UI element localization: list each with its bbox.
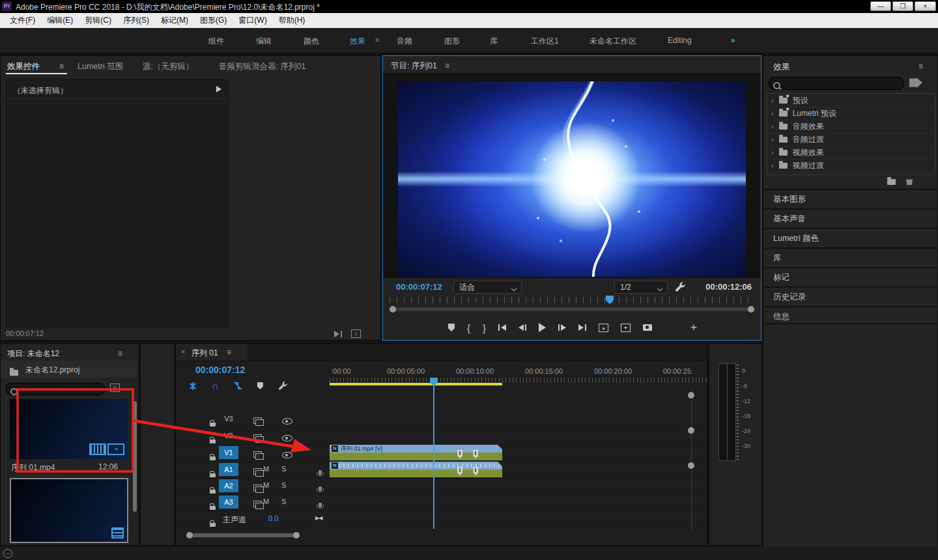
lock-icon[interactable]	[210, 523, 216, 527]
maximize-button[interactable]: ❐	[892, 1, 913, 11]
project-panel-menu-icon[interactable]: ≡	[118, 349, 122, 358]
menu-clip[interactable]: 剪辑(C)	[79, 15, 117, 26]
workspace-tab-graphics[interactable]: 图形	[444, 36, 460, 47]
effect-controls-menu-icon[interactable]: ≡	[59, 62, 64, 71]
timeline-tab-menu-icon[interactable]: ≡	[227, 348, 231, 357]
track-label-v1[interactable]: V1	[219, 446, 238, 459]
effects-folder-audio-transitions[interactable]: ›音频过渡	[771, 133, 934, 147]
menu-marker[interactable]: 标记(M)	[155, 15, 194, 26]
track-label-v3[interactable]: V3	[219, 412, 238, 425]
go-to-out-icon[interactable]	[578, 324, 586, 331]
step-forward-icon[interactable]	[558, 324, 566, 331]
monitor-scrollbar[interactable]	[393, 307, 750, 311]
workspace-tab-effects[interactable]: 效果	[350, 36, 365, 47]
export-icon[interactable]: ↥	[351, 329, 361, 338]
project-search-box[interactable]	[6, 383, 105, 395]
voiceover-mic-icon[interactable]	[319, 470, 322, 475]
effects-panel-menu-icon[interactable]: ≡	[918, 62, 923, 71]
step-back-icon[interactable]	[519, 324, 526, 331]
zoom-level-select[interactable]: 适合	[453, 281, 522, 294]
menu-edit[interactable]: 编辑(E)	[41, 15, 79, 26]
master-level-value[interactable]: 0.0	[268, 514, 278, 522]
project-clip-name[interactable]: 序列 01.mp4	[11, 462, 55, 473]
sync-lock-icon[interactable]	[253, 451, 262, 458]
timeline-timecode[interactable]: 00:00:07:12	[195, 365, 245, 375]
effects-folder-video-transitions[interactable]: ›视频过渡	[771, 159, 934, 173]
track-label-a1[interactable]: A1	[219, 463, 238, 476]
timeline-vscroll-knob[interactable]	[688, 462, 694, 469]
add-marker-icon[interactable]	[257, 382, 263, 389]
tab-effect-controls[interactable]: 效果控件	[7, 61, 40, 72]
settings-wrench-icon[interactable]	[675, 281, 686, 292]
mute-button[interactable]: M	[263, 481, 269, 489]
extract-icon[interactable]: ▼	[621, 324, 631, 332]
hscroll-left-knob[interactable]	[186, 532, 193, 539]
lock-icon[interactable]	[210, 506, 216, 510]
effects-folder-lumetri-presets[interactable]: ›Lumetri 预设	[771, 107, 934, 120]
workspace-tab-libraries[interactable]: 库	[490, 36, 498, 47]
toggle-track-output-icon[interactable]	[282, 418, 292, 425]
go-to-in-icon[interactable]	[498, 324, 506, 331]
mute-button[interactable]: M	[263, 465, 269, 473]
lock-icon[interactable]	[210, 456, 216, 460]
project-scrollbar[interactable]	[133, 401, 137, 512]
workspace-tab-workspace1[interactable]: 工作区1	[531, 36, 559, 47]
monitor-ruler-ticks[interactable]	[390, 297, 754, 303]
panel-lumetri-color[interactable]: Lumetri 颜色	[764, 228, 937, 246]
workspace-tab-editing-en[interactable]: Editing	[668, 36, 692, 45]
snap-icon[interactable]: ∩	[212, 380, 219, 391]
toggle-track-output-icon[interactable]	[282, 452, 292, 458]
timeline-vscroll-knob[interactable]	[688, 427, 694, 434]
mute-button[interactable]: M	[263, 497, 269, 505]
close-button[interactable]: ×	[915, 1, 936, 11]
panel-info[interactable]: 信息	[764, 306, 937, 324]
play-in-to-out-icon[interactable]	[334, 331, 342, 337]
nest-toggle-icon[interactable]	[189, 382, 197, 390]
timeline-vscroll-knob[interactable]	[688, 392, 694, 399]
panel-essential-graphics[interactable]: 基本图形	[764, 189, 937, 207]
sync-lock-icon[interactable]	[253, 484, 262, 491]
twirl-right-icon[interactable]	[216, 86, 221, 92]
workspace-tab-audio[interactable]: 音频	[397, 36, 412, 47]
panel-libraries[interactable]: 库	[764, 247, 937, 266]
scrollbar-left-knob[interactable]	[390, 306, 396, 313]
menu-window[interactable]: 窗口(W)	[233, 15, 272, 26]
timeline-video-clip[interactable]: fx 序列 01.mp4 [V]	[330, 445, 502, 460]
tab-lumetri-scopes[interactable]: Lumetri 范围	[78, 61, 123, 72]
play-icon[interactable]	[539, 323, 546, 332]
tab-source-monitor[interactable]: 源:（无剪辑）	[143, 61, 193, 72]
work-area-bar[interactable]	[330, 383, 502, 385]
linked-selection-icon[interactable]	[234, 382, 242, 389]
lock-icon[interactable]	[210, 473, 216, 477]
effects-search-box[interactable]	[769, 77, 904, 90]
workspace-tab-unnamed[interactable]: 未命名工作区	[590, 36, 636, 47]
voiceover-mic-icon[interactable]	[319, 503, 322, 507]
new-custom-bin-icon[interactable]	[909, 77, 922, 88]
video-frame[interactable]	[398, 81, 746, 277]
sync-lock-icon[interactable]	[253, 501, 262, 507]
delete-icon[interactable]	[906, 178, 913, 185]
solo-button[interactable]: S	[281, 465, 286, 473]
marker-icon[interactable]	[448, 324, 455, 331]
panel-essential-sound[interactable]: 基本声音	[764, 208, 937, 227]
solo-button[interactable]: S	[281, 497, 286, 505]
export-frame-icon[interactable]	[643, 324, 652, 331]
sync-lock-icon[interactable]	[253, 417, 262, 424]
program-monitor-menu-icon[interactable]: ≡	[445, 61, 449, 70]
timeline-tab[interactable]: × 序列 01 ≡	[176, 344, 248, 361]
panel-history[interactable]: 历史记录	[764, 287, 937, 305]
panel-markers[interactable]: 标记	[764, 267, 937, 285]
lock-icon[interactable]	[210, 490, 216, 494]
lock-icon[interactable]	[210, 423, 216, 427]
menu-file[interactable]: 文件(F)	[4, 15, 41, 26]
project-item-thumbnail[interactable]: ↠	[10, 399, 128, 459]
track-label-a3[interactable]: A3	[219, 496, 238, 509]
timeline-ruler[interactable]: :00:00 00:00:05:00 00:00:10:00 00:00:15:…	[330, 363, 707, 385]
timeline-playhead-line[interactable]	[433, 385, 434, 529]
keyframe-nav-icon[interactable]: ▶◀	[315, 515, 322, 521]
mark-out-icon[interactable]: }	[483, 322, 486, 333]
minimize-button[interactable]: —	[870, 1, 891, 11]
project-breadcrumb-row[interactable]: 未命名12.prproj	[1, 361, 138, 378]
effects-folder-video-effects[interactable]: ›视频效果	[771, 146, 934, 160]
scrollbar-right-knob[interactable]	[748, 306, 754, 313]
